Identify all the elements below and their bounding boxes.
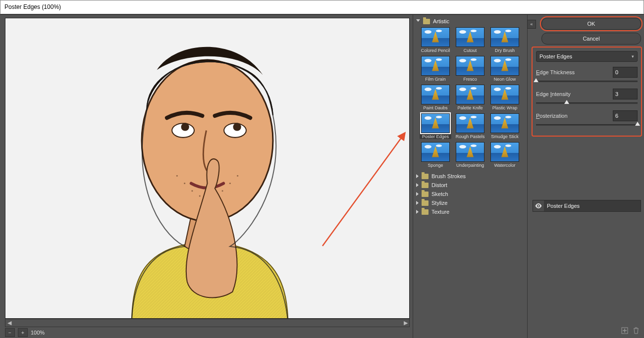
svg-point-8 [191,190,193,192]
svg-point-5 [233,123,241,131]
thumb-label: Plastic Wrap [492,105,517,110]
svg-point-13 [199,195,201,197]
thumb-label: Poster Edges [422,134,449,139]
thumb-label: Watercolor [494,163,515,168]
preview-h-scrollbar[interactable]: ◀ ▶ [5,319,410,327]
filter-thumb-poster-edges[interactable]: Poster Edges [420,113,451,139]
svg-point-16 [538,205,539,207]
param-edge-intensity: Edge Intensity [536,89,638,106]
folder-icon [422,183,429,188]
category-distort[interactable]: Distort [413,181,527,190]
preview-canvas[interactable] [5,18,410,319]
filter-thumb-colored-pencil[interactable]: Colored Pencil [420,27,451,53]
folder-icon [423,19,430,24]
folder-icon [422,200,429,206]
category-label: Texture [431,209,449,215]
triangle-down-icon [416,19,420,24]
thumb-label: Palette Knife [457,105,483,110]
param-slider[interactable] [536,99,638,106]
thumb-label: Neon Glow [494,77,516,82]
filter-gallery[interactable]: Artistic Colored PencilCutoutDry BrushFi… [413,15,528,338]
filter-thumb-sponge[interactable]: Sponge [420,142,451,168]
folder-icon [422,209,429,215]
zoom-out-button[interactable]: − [5,328,15,337]
triangle-right-icon [416,210,419,214]
filter-dropdown[interactable]: Poster Edges ▾ [536,51,638,62]
trash-icon[interactable] [633,327,639,335]
category-texture[interactable]: Texture [413,207,527,216]
filter-thumb-plastic-wrap[interactable]: Plastic Wrap [489,85,521,110]
svg-point-6 [176,175,178,177]
filter-name: Poster Edges [539,53,572,59]
settings-panel: « OK Cancel Poster Edges ▾ Edge Thicknes… [528,15,644,338]
param-value-input[interactable] [613,67,638,78]
category-label: Brush Strokes [431,173,466,179]
triangle-right-icon [416,192,419,196]
param-slider[interactable] [536,121,638,128]
filter-thumb-film-grain[interactable]: Film Grain [420,56,451,82]
category-label: Artistic [433,18,449,24]
thumb-label: Cutout [464,48,477,53]
thumb-label: Smudge Stick [491,134,519,139]
svg-point-7 [184,183,185,184]
category-brush-strokes[interactable]: Brush Strokes [413,172,527,181]
chevron-down-icon: ▾ [632,54,634,59]
folder-icon [422,174,429,179]
filter-thumb-neon-glow[interactable]: Neon Glow [489,56,521,82]
param-slider[interactable] [536,78,638,85]
filter-settings: Poster Edges ▾ Edge ThicknessEdge Intens… [533,48,641,136]
scroll-left-icon[interactable]: ◀ [5,319,13,327]
param-value-input[interactable] [613,89,638,99]
thumb-label: Paint Daubs [423,105,447,110]
param-label: Edge Intensity [536,91,571,97]
filter-thumb-paint-daubs[interactable]: Paint Daubs [420,85,451,110]
collapse-icon[interactable]: « [527,20,536,29]
new-effect-icon[interactable] [621,327,628,335]
thumb-label: Rough Pastels [456,134,485,139]
folder-icon [422,192,429,197]
triangle-right-icon [416,201,419,205]
category-sketch[interactable]: Sketch [413,190,527,198]
filter-thumb-smudge-stick[interactable]: Smudge Stick [489,113,521,139]
param-posterization: Posterization [536,110,638,128]
thumb-label: Colored Pencil [421,48,450,53]
thumb-label: Fresco [463,77,477,82]
preview-panel: ◀ ▶ − + 100% [0,15,413,338]
category-artistic[interactable]: Artistic [413,17,527,27]
visibility-icon[interactable] [533,203,544,208]
svg-point-10 [229,183,231,184]
filter-thumb-underpainting[interactable]: Underpainting [454,142,486,168]
category-label: Stylize [431,200,447,206]
param-edge-thickness: Edge Thickness [536,67,638,85]
thumb-label: Film Grain [425,77,446,82]
triangle-right-icon [416,183,419,187]
category-label: Sketch [431,191,448,197]
filter-thumb-rough-pastels[interactable]: Rough Pastels [454,113,486,139]
ok-button[interactable]: OK [541,18,641,30]
svg-point-11 [237,175,238,177]
category-label: Distort [431,182,447,188]
effect-layer-name: Poster Edges [544,200,641,211]
category-stylize[interactable]: Stylize [413,198,527,207]
filter-thumb-fresco[interactable]: Fresco [454,56,486,82]
thumb-label: Underpainting [456,163,484,168]
param-label: Edge Thickness [536,69,575,75]
scroll-right-icon[interactable]: ▶ [402,319,409,327]
param-value-input[interactable] [613,110,638,121]
param-label: Posterization [536,113,568,119]
effect-layer-row[interactable]: Poster Edges [533,200,641,212]
window-title: Poster Edges (100%) [0,0,644,14]
thumb-label: Sponge [428,163,443,168]
svg-point-9 [222,190,223,192]
zoom-in-button[interactable]: + [18,328,28,337]
zoom-value: 100% [31,330,45,336]
triangle-right-icon [416,174,419,178]
filter-thumb-cutout[interactable]: Cutout [454,27,486,53]
filter-thumb-dry-brush[interactable]: Dry Brush [489,27,521,53]
thumb-label: Dry Brush [495,48,515,53]
cancel-button[interactable]: Cancel [541,33,641,45]
filter-thumb-watercolor[interactable]: Watercolor [489,142,521,168]
svg-point-4 [181,123,189,131]
filter-thumb-palette-knife[interactable]: Palette Knife [454,85,486,110]
